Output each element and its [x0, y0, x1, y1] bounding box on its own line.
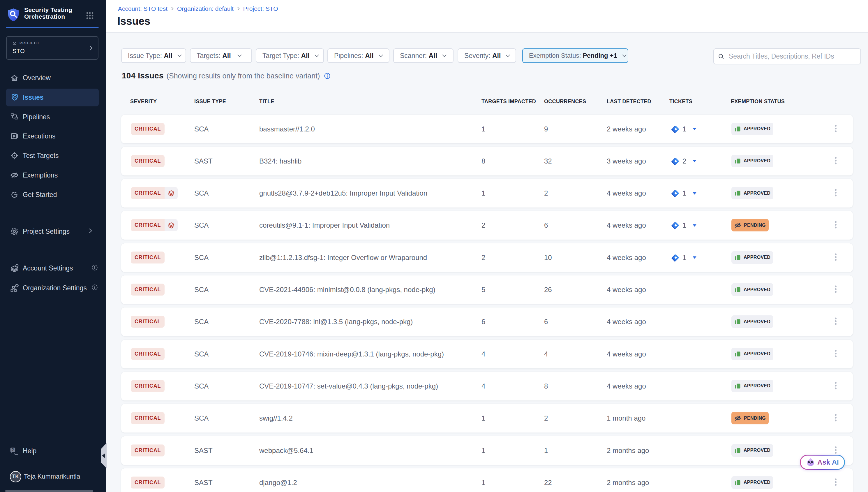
svg-text:?: ? [12, 448, 14, 452]
